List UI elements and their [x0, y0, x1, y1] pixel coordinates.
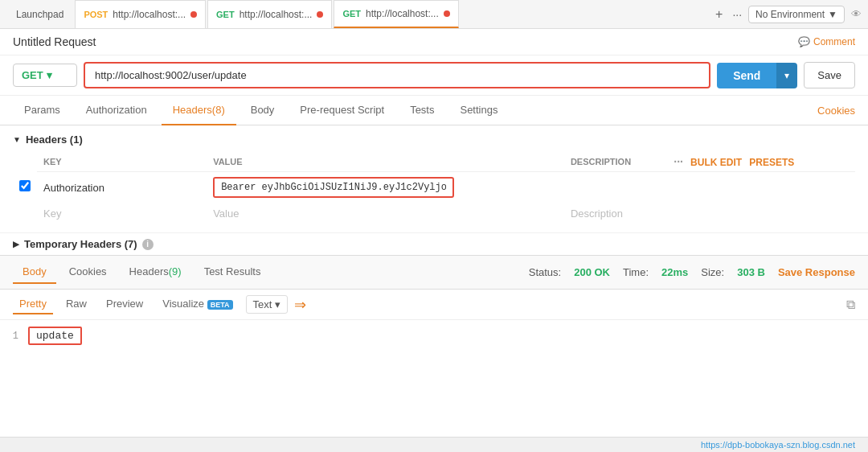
placeholder-key: Key: [37, 203, 207, 224]
format-tab-pretty[interactable]: Pretty: [13, 294, 53, 314]
environment-label: No Environment: [755, 9, 825, 20]
header-checkbox-cell: [13, 172, 37, 203]
comment-label: Comment: [813, 36, 855, 47]
response-tab-test-results[interactable]: Test Results: [194, 261, 271, 284]
send-dropdown-button[interactable]: ▾: [776, 63, 797, 88]
value-column-header: VALUE: [207, 152, 564, 172]
format-dropdown-arrow: ▾: [275, 298, 280, 310]
tab-body[interactable]: Body: [240, 96, 286, 125]
status-value: 200 OK: [574, 266, 610, 278]
tab-method-post: POST: [84, 10, 108, 19]
header-desc-cell: [564, 172, 667, 203]
url-bar: GET ▾ Send ▾ Save: [0, 55, 868, 96]
tab-params[interactable]: Params: [13, 96, 72, 125]
headers-title-text: Headers (1): [26, 134, 83, 146]
tab-post-1[interactable]: POST http://localhost:...: [75, 0, 206, 28]
comment-icon: 💬: [798, 36, 810, 47]
bulk-edit-button[interactable]: Bulk Edit: [690, 157, 742, 168]
actions-column-header: ··· Bulk Edit Presets: [667, 152, 855, 172]
code-content-1: update: [28, 327, 82, 345]
format-tab-visualize[interactable]: Visualize BETA: [156, 294, 239, 314]
method-dropdown-arrow: ▾: [47, 69, 52, 81]
save-response-button[interactable]: Save Response: [778, 266, 855, 278]
status-bar: https://dpb-bobokaya-szn.blog.csdn.net: [0, 437, 868, 452]
response-tab-body[interactable]: Body: [13, 261, 56, 284]
status-label: Status:: [529, 266, 561, 278]
size-value: 303 B: [737, 266, 765, 278]
tab-get-1[interactable]: GET http://localhost:...: [207, 0, 332, 28]
response-bar: Body Cookies Headers(9) Test Results Sta…: [0, 255, 868, 290]
line-number-1: 1: [0, 329, 28, 343]
temp-headers-collapse-icon: ▶: [13, 240, 19, 249]
copy-icon[interactable]: ⧉: [846, 298, 855, 312]
tab-method-get-1: GET: [216, 10, 235, 19]
tab-dot-3: [444, 10, 450, 17]
headers-collapse-icon: ▼: [13, 135, 21, 144]
response-tab-cookies[interactable]: Cookies: [59, 261, 117, 284]
temp-headers-title-text: Temporary Headers (7): [24, 238, 137, 250]
placeholder-value: Value: [207, 203, 564, 224]
table-row: Authorization: [13, 172, 855, 203]
new-tab-button[interactable]: +: [712, 7, 726, 22]
headers-table: KEY VALUE DESCRIPTION ··· Bulk Edit Pres…: [13, 152, 855, 224]
tab-pre-request[interactable]: Pre-request Script: [289, 96, 395, 125]
tab-url-3: http://localhost:...: [366, 8, 439, 19]
response-meta: Status: 200 OK Time: 22ms Size: 303 B Sa…: [529, 266, 855, 278]
format-bar: Pretty Raw Preview Visualize BETA Text ▾…: [0, 290, 868, 320]
request-title: Untitled Request: [13, 35, 96, 48]
send-button-group: Send ▾: [717, 63, 797, 88]
temp-headers-title[interactable]: ▶ Temporary Headers (7) i: [13, 238, 855, 250]
time-value: 22ms: [661, 266, 688, 278]
tab-dot-1: [190, 11, 197, 18]
eye-icon[interactable]: 👁: [851, 8, 862, 20]
tab-more-button[interactable]: ···: [732, 8, 742, 21]
beta-badge: BETA: [207, 300, 233, 310]
status-bar-url: https://dpb-bobokaya-szn.blog.csdn.net: [701, 440, 855, 450]
code-line-1: 1 update: [0, 327, 868, 345]
response-tab-headers[interactable]: Headers(9): [120, 261, 191, 284]
tab-dot-2: [317, 11, 323, 18]
col-options-icon[interactable]: ···: [674, 155, 683, 168]
headers-section-title[interactable]: ▼ Headers (1): [13, 134, 855, 146]
method-select[interactable]: GET ▾: [13, 64, 77, 87]
tab-url-2: http://localhost:...: [240, 9, 313, 20]
tab-get-2[interactable]: GET http://localhost:...: [334, 0, 458, 28]
time-label: Time:: [623, 266, 649, 278]
tab-authorization[interactable]: Authorization: [75, 96, 158, 125]
comment-button[interactable]: 💬 Comment: [798, 36, 855, 47]
text-format-select[interactable]: Text ▾: [246, 295, 289, 314]
placeholder-desc: Description: [564, 203, 667, 224]
save-button[interactable]: Save: [804, 62, 855, 88]
tab-method-get-2: GET: [342, 9, 361, 18]
tab-headers[interactable]: Headers(8): [162, 96, 236, 125]
tab-tests[interactable]: Tests: [399, 96, 445, 125]
header-key-cell: Authorization: [37, 172, 207, 203]
key-column-header: KEY: [37, 152, 207, 172]
response-tabs: Body Cookies Headers(9) Test Results: [13, 261, 270, 284]
cookies-link[interactable]: Cookies: [817, 105, 855, 117]
response-body: 1 update: [0, 320, 868, 368]
request-header: Untitled Request 💬 Comment: [0, 29, 868, 55]
header-value-input[interactable]: [213, 177, 454, 198]
tab-settings[interactable]: Settings: [448, 96, 509, 125]
launchpad-tab[interactable]: Launchpad: [6, 0, 73, 28]
tab-bar: Launchpad POST http://localhost:... GET …: [0, 0, 868, 29]
presets-button[interactable]: Presets: [749, 157, 794, 168]
size-label: Size:: [701, 266, 724, 278]
environment-dropdown[interactable]: No Environment ▼: [748, 6, 845, 23]
send-button[interactable]: Send: [717, 63, 776, 88]
desc-column-header: DESCRIPTION: [564, 152, 667, 172]
method-label: GET: [22, 69, 43, 81]
wrap-icon[interactable]: ⇒: [294, 296, 306, 314]
env-dropdown-arrow: ▼: [828, 9, 837, 20]
url-input[interactable]: [84, 62, 710, 88]
header-enabled-checkbox[interactable]: [19, 180, 31, 191]
tab-url-1: http://localhost:...: [113, 9, 186, 20]
headers-section: ▼ Headers (1) KEY VALUE DESCRIPTION ··· …: [0, 125, 868, 232]
temp-headers-section: ▶ Temporary Headers (7) i: [0, 232, 868, 255]
header-actions-cell: [667, 172, 855, 203]
tab-controls: + ··· No Environment ▼ 👁: [712, 6, 862, 23]
temp-headers-info-icon[interactable]: i: [142, 239, 154, 250]
format-tab-raw[interactable]: Raw: [59, 294, 93, 314]
format-tab-preview[interactable]: Preview: [100, 294, 149, 314]
